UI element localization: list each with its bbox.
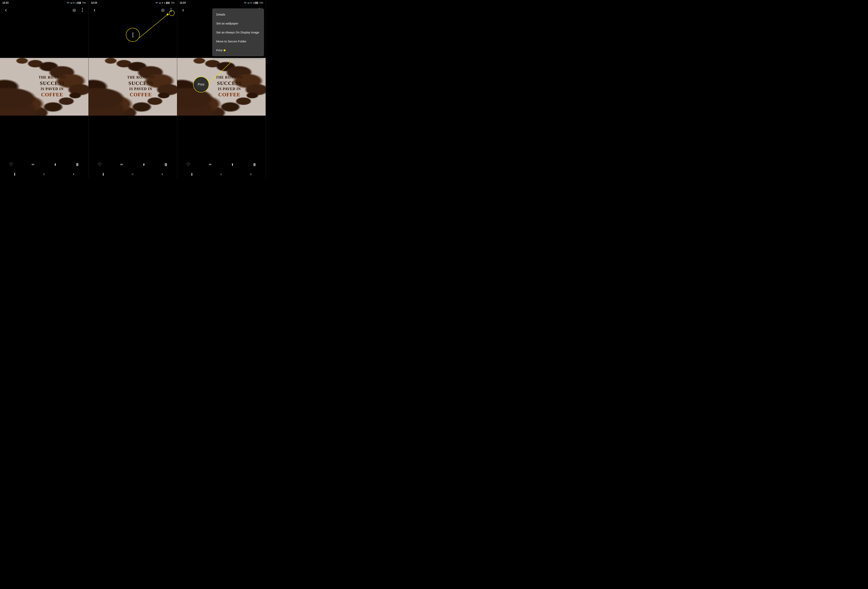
nav-home-2[interactable] — [131, 172, 134, 176]
battery-2: 73% — [171, 2, 174, 4]
temp-2: 79° — [155, 2, 158, 4]
battery-3: 73% — [259, 2, 263, 4]
dropdown-menu: Details Set as wallpaper Set as Always O… — [212, 8, 264, 56]
edit-button-2[interactable] — [118, 161, 126, 169]
coffee-line2-3: Success — [216, 80, 243, 87]
temp-3: 79° — [244, 2, 247, 4]
coffee-line2-2: Success — [127, 80, 154, 87]
nav-recent-1[interactable] — [14, 172, 15, 176]
three-dot-circle — [126, 28, 140, 42]
bottom-toolbar-2 — [89, 159, 177, 170]
image-area-1: The road to Success is paved in Coffee — [0, 14, 89, 159]
menu-item-print[interactable]: Print — [212, 46, 264, 55]
back-button-1[interactable] — [2, 6, 10, 13]
delete-button-1[interactable] — [74, 161, 81, 169]
like-button-3[interactable] — [185, 161, 192, 169]
coffee-line4-2: Coffee — [127, 91, 154, 98]
back-button-3[interactable] — [180, 6, 187, 13]
three-dots-1 — [82, 8, 83, 12]
action-bar-1 — [0, 6, 89, 14]
grid-icon-3: ⊞ — [250, 2, 252, 4]
phone-panel-1: 12:23 79° 📺 ⊞ ▲ ▌▌▌ 73% The — [0, 0, 89, 178]
eye-button-1[interactable] — [71, 6, 78, 13]
three-dot-highlight — [169, 10, 174, 16]
coffee-image-1: The road to Success is paved in Coffee — [0, 58, 89, 116]
status-time-1: 12:23 — [2, 1, 9, 4]
print-highlight: Print — [193, 77, 209, 93]
wifi-icon-3: ▲ — [252, 2, 254, 4]
menu-item-secure[interactable]: Move to Secure Folder — [212, 37, 264, 46]
like-button-2[interactable] — [96, 161, 104, 169]
dot-7 — [132, 32, 133, 34]
coffee-line1-3: The road to — [216, 75, 243, 80]
edit-button-3[interactable] — [207, 161, 214, 169]
dot-1 — [82, 8, 83, 9]
delete-button-2[interactable] — [162, 161, 170, 169]
nav-bar-1 — [0, 170, 89, 178]
delete-button-3[interactable] — [251, 161, 258, 169]
tv-icon-3: 📺 — [248, 2, 249, 4]
dot-8 — [132, 34, 133, 35]
dot-3 — [82, 11, 83, 12]
signal-icon-3: ▌▌▌ — [255, 2, 258, 4]
signal-icon-2: ▌▌▌ — [166, 2, 170, 4]
action-bar-2 — [89, 6, 177, 14]
status-bar-3: 12:23 79° 📺 ⊞ ▲ ▌▌▌ 73% — [177, 0, 266, 6]
status-icons-2: 79° 📺 ⊞ ▲ ▌▌▌ 73% — [155, 2, 174, 4]
nav-bar-2 — [89, 170, 177, 178]
dot-2 — [82, 10, 83, 10]
coffee-line2-1: Success — [38, 80, 66, 87]
bottom-toolbar-1 — [0, 159, 89, 170]
share-button-2[interactable] — [140, 161, 148, 169]
coffee-text-2: The road to Success is paved in Coffee — [111, 75, 154, 98]
coffee-line3-1: is paved in — [38, 87, 66, 91]
share-button-3[interactable] — [229, 161, 236, 169]
wifi-icon-2: ▲ — [164, 2, 165, 4]
coffee-image-3: The road to Success is paved in Coffee — [177, 58, 266, 116]
edit-button-1[interactable] — [29, 161, 37, 169]
menu-item-details[interactable]: Details — [212, 10, 264, 19]
nav-home-1[interactable] — [43, 172, 45, 176]
action-buttons-1 — [71, 6, 86, 13]
signal-icon-1: ▌▌▌ — [78, 2, 81, 4]
eye-button-2[interactable] — [159, 6, 166, 13]
phone-panel-3: 12:23 79° 📺 ⊞ ▲ ▌▌▌ 73% Details Set as w… — [177, 0, 266, 178]
back-button-2[interactable] — [91, 6, 98, 13]
status-bar-1: 12:23 79° 📺 ⊞ ▲ ▌▌▌ 73% — [0, 0, 89, 6]
more-button-1[interactable] — [79, 6, 86, 13]
menu-item-wallpaper[interactable]: Set as wallpaper — [212, 19, 264, 28]
coffee-image-2: The road to Success is paved in Coffee — [89, 58, 177, 116]
print-dot — [224, 49, 226, 52]
status-time-3: 12:23 — [180, 1, 186, 4]
nav-back-3[interactable] — [250, 172, 252, 177]
tv-icon-2: 📺 — [159, 2, 161, 4]
coffee-line3-2: is paved in — [127, 87, 154, 91]
nav-home-3[interactable] — [220, 172, 222, 176]
nav-recent-3[interactable] — [191, 172, 192, 176]
bottom-toolbar-3 — [177, 159, 266, 170]
status-time-2: 12:23 — [91, 1, 97, 4]
temp-1: 79° — [67, 2, 70, 4]
battery-1: 73% — [82, 2, 86, 4]
status-icons-3: 79° 📺 ⊞ ▲ ▌▌▌ 73% — [244, 2, 263, 4]
nav-back-2[interactable] — [162, 172, 163, 177]
coffee-line1-2: The road to — [127, 75, 154, 80]
like-button-1[interactable] — [7, 161, 15, 169]
three-dots-circle — [132, 32, 133, 37]
nav-recent-2[interactable] — [103, 172, 103, 176]
nav-bar-3 — [177, 170, 266, 178]
nav-back-1[interactable] — [73, 172, 74, 177]
dot-4 — [171, 8, 171, 9]
phone-panel-2: 12:23 79° 📺 ⊞ ▲ ▌▌▌ 73% — [89, 0, 177, 178]
wifi-icon-1: ▲ — [75, 2, 77, 4]
coffee-text-1: The road to Success is paved in Coffee — [23, 75, 66, 98]
coffee-line3-3: is paved in — [216, 87, 243, 91]
menu-item-aod[interactable]: Set as Always On Display image — [212, 28, 264, 37]
print-label: Print — [198, 83, 204, 86]
coffee-line4-3: Coffee — [216, 91, 243, 98]
coffee-line4-1: Coffee — [38, 91, 66, 98]
status-icons-1: 79° 📺 ⊞ ▲ ▌▌▌ 73% — [67, 2, 86, 4]
share-button-1[interactable] — [52, 161, 59, 169]
grid-icon-1: ⊞ — [73, 2, 75, 4]
status-bar-2: 12:23 79° 📺 ⊞ ▲ ▌▌▌ 73% — [89, 0, 177, 6]
